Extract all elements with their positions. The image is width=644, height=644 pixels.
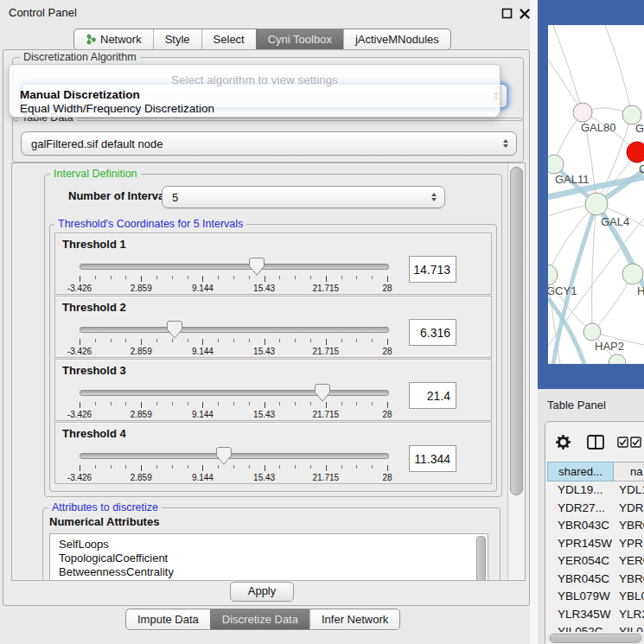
interval-definition-title: Interval Definition bbox=[50, 168, 141, 180]
threshold-value-field[interactable] bbox=[409, 319, 456, 346]
node-gal4[interactable] bbox=[585, 193, 608, 215]
slider-tick bbox=[387, 402, 388, 408]
slider-scale-label: -3.426 bbox=[67, 410, 92, 419]
slider-tick bbox=[188, 339, 188, 342]
slider-tick bbox=[356, 276, 357, 279]
slider-tick bbox=[218, 339, 219, 342]
apply-button[interactable]: Apply bbox=[230, 582, 294, 602]
split-columns-icon[interactable] bbox=[587, 435, 604, 450]
slider-tick bbox=[295, 402, 296, 405]
slider-tick bbox=[387, 276, 388, 282]
table-row[interactable]: YDL19...YDL1 bbox=[545, 482, 644, 501]
slider-track[interactable] bbox=[80, 453, 389, 459]
slider-tick bbox=[310, 276, 311, 279]
slider-scale-label: 15.43 bbox=[253, 284, 275, 293]
table-row[interactable]: YBR043CYBR0 bbox=[545, 518, 644, 536]
slider-tick bbox=[341, 276, 342, 279]
slider-tick bbox=[326, 402, 327, 408]
node-label: GA bbox=[635, 122, 644, 135]
number-of-intervals-combobox[interactable]: 5 bbox=[162, 186, 445, 208]
slider-tick bbox=[265, 339, 265, 345]
slider-thumb[interactable] bbox=[216, 447, 232, 465]
slider-track[interactable] bbox=[80, 264, 389, 270]
table-data-combobox[interactable]: galFiltered.sif default node bbox=[21, 131, 517, 156]
table-row[interactable]: YIL052CYIL0 bbox=[545, 624, 644, 632]
slider-scale-label: 21.715 bbox=[313, 473, 340, 482]
tab-infer-network[interactable]: Infer Network bbox=[309, 609, 399, 629]
tab-network-label: Network bbox=[100, 32, 142, 47]
network-view-canvas[interactable]: GAL80 GA C GAL11 GAL4 GCY1 H HAP2 bbox=[548, 25, 644, 364]
threshold-label: Threshold 1 bbox=[62, 238, 126, 251]
tab-style[interactable]: Style bbox=[153, 29, 201, 49]
threshold-label: Threshold 4 bbox=[62, 427, 126, 440]
slider-tick bbox=[356, 339, 357, 342]
slider-tick bbox=[279, 465, 280, 469]
list-item[interactable]: SelfLoops bbox=[59, 538, 109, 551]
table-row[interactable]: YLR345WYLR3 bbox=[545, 607, 644, 625]
table-row[interactable]: YPR145WYPR1 bbox=[545, 536, 644, 554]
tab-network[interactable]: Network bbox=[74, 29, 153, 49]
slider-tick bbox=[218, 402, 219, 405]
dropdown-option-equal-width[interactable]: Equal Width/Frequency Discretization bbox=[20, 102, 214, 115]
slider-scale-label: -3.426 bbox=[67, 347, 92, 356]
node-hap2[interactable] bbox=[583, 323, 601, 341]
dropdown-option-manual[interactable]: Manual Discretization bbox=[20, 88, 140, 101]
column-checkbox-icon[interactable] bbox=[617, 437, 628, 448]
settings-gear-icon[interactable] bbox=[555, 434, 571, 450]
threshold-slider[interactable]: -3.4262.8599.14415.4321.71528 bbox=[55, 321, 396, 357]
table-hscrollbar-thumb[interactable] bbox=[550, 634, 641, 643]
tab-impute-data[interactable]: Impute Data bbox=[126, 609, 210, 629]
slider-track[interactable] bbox=[80, 390, 389, 396]
threshold-value-field[interactable] bbox=[409, 382, 456, 409]
threshold-slider[interactable]: -3.4262.8599.14415.4321.71528 bbox=[55, 258, 396, 294]
slider-tick bbox=[111, 465, 112, 469]
column-checkbox-icon[interactable] bbox=[630, 437, 641, 448]
slider-thumb[interactable] bbox=[167, 321, 182, 339]
column-header-shared-name[interactable]: shared... bbox=[547, 462, 614, 481]
table-panel-title: Table Panel bbox=[547, 399, 606, 411]
list-scrollbar-thumb[interactable] bbox=[476, 536, 486, 581]
tab-cyni-toolbox[interactable]: Cyni Toolbox bbox=[256, 29, 343, 49]
settings-scroll-panel: Interval Definition Number of Intervals … bbox=[11, 163, 526, 581]
float-window-icon[interactable] bbox=[501, 8, 513, 19]
slider-tick bbox=[202, 276, 203, 282]
tab-select[interactable]: Select bbox=[201, 29, 256, 49]
combo-arrows-icon bbox=[431, 190, 437, 204]
threshold-value-field[interactable] bbox=[409, 256, 456, 283]
list-item[interactable]: TopologicalCoefficient bbox=[59, 552, 168, 564]
slider-scale-label: 28 bbox=[382, 473, 392, 482]
slider-tick bbox=[279, 339, 280, 342]
slider-scale-label: 28 bbox=[382, 410, 392, 419]
tab-jactivemnodules[interactable]: jActiveMNodules bbox=[343, 29, 450, 49]
slider-thumb[interactable] bbox=[249, 258, 265, 276]
node-gal80[interactable] bbox=[573, 103, 592, 122]
table-row[interactable]: YBL079WYBL0 bbox=[545, 589, 644, 607]
slider-track[interactable] bbox=[80, 327, 389, 333]
slider-tick bbox=[111, 402, 112, 405]
column-header-name[interactable]: na bbox=[614, 462, 644, 481]
node-gal11[interactable] bbox=[548, 155, 564, 174]
node-h[interactable] bbox=[622, 264, 643, 284]
threshold-slider[interactable]: -3.4262.8599.14415.4321.71528 bbox=[55, 447, 396, 483]
table-row[interactable]: YER054CYER0 bbox=[545, 553, 644, 571]
panel-scrollbar-thumb[interactable] bbox=[510, 167, 523, 495]
node-gcy1[interactable] bbox=[548, 265, 558, 285]
slider-tick bbox=[125, 402, 126, 405]
slider-tick bbox=[310, 402, 311, 405]
threshold-slider[interactable]: -3.4262.8599.14415.4321.71528 bbox=[55, 384, 396, 420]
table-row[interactable]: YBR045CYBR0 bbox=[545, 571, 644, 590]
node-selected-red[interactable] bbox=[627, 142, 644, 163]
table-row[interactable]: YDR27...YDR2 bbox=[545, 501, 644, 519]
slider-scale-label: 2.859 bbox=[131, 410, 152, 419]
numerical-attributes-list[interactable]: SelfLoops TopologicalCoefficient Between… bbox=[49, 533, 488, 581]
close-icon[interactable] bbox=[519, 8, 531, 20]
tab-discretize-data[interactable]: Discretize Data bbox=[210, 609, 309, 629]
list-item[interactable]: BetweennessCentrality bbox=[59, 565, 174, 578]
slider-tick bbox=[326, 276, 327, 282]
attributes-group-title: Attributes to discretize bbox=[48, 501, 162, 513]
slider-tick bbox=[111, 339, 112, 342]
threshold-value-field[interactable] bbox=[409, 445, 456, 472]
slider-tick bbox=[156, 402, 157, 405]
slider-scale-label: 28 bbox=[382, 347, 392, 356]
slider-thumb[interactable] bbox=[315, 384, 330, 402]
